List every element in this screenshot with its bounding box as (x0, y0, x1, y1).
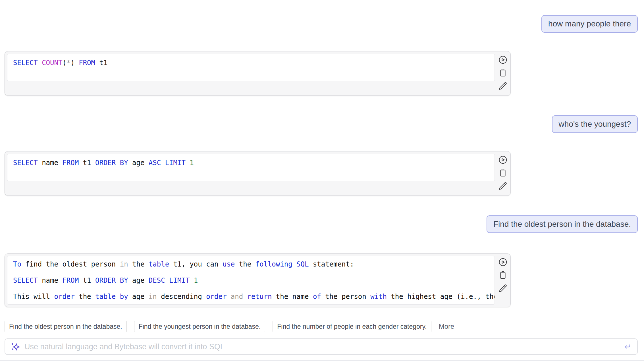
user-message-row: Find the oldest person in the database. (5, 215, 638, 233)
suggestion-button[interactable]: Find the number of people in each gender… (273, 321, 431, 332)
play-icon (498, 155, 508, 165)
sql-code-block: SELECT name FROM t1 ORDER BY age ASC LIM… (7, 154, 495, 181)
run-sql-button[interactable] (498, 257, 508, 267)
assistant-sql-card: To find the oldest person in the table t… (5, 253, 511, 307)
suggestion-row: Find the oldest person in the database.F… (5, 321, 638, 332)
play-icon (498, 257, 508, 267)
copy-sql-button[interactable] (498, 271, 508, 280)
user-message-bubble: how many people there (541, 15, 638, 33)
clipboard-icon (498, 68, 508, 78)
copy-sql-button[interactable] (498, 168, 508, 178)
clipboard-icon (498, 168, 508, 178)
user-message-row: how many people there (5, 15, 638, 33)
sql-code-block: To find the oldest person in the table t… (7, 256, 495, 305)
assistant-sql-card: SELECT name FROM t1 ORDER BY age ASC LIM… (5, 151, 511, 196)
sql-code-line: SELECT name FROM t1 ORDER BY age DESC LI… (13, 276, 489, 284)
sql-card-actions (497, 257, 509, 293)
sql-code-line: This will order the table by age in desc… (13, 293, 489, 301)
sql-card-actions (497, 155, 509, 191)
composer (5, 338, 638, 355)
natural-language-input[interactable] (24, 342, 619, 351)
submit-button[interactable] (623, 342, 631, 351)
pencil-icon (498, 284, 508, 293)
sql-chat-panel: how many people there SELECT COUNT(*) FR… (0, 0, 644, 362)
copy-sql-button[interactable] (498, 68, 508, 78)
run-sql-button[interactable] (498, 55, 508, 65)
sql-code-line: To find the oldest person in the table t… (13, 260, 489, 268)
assistant-sql-card: SELECT COUNT(*) FROM t1 (5, 51, 511, 96)
pencil-icon (498, 81, 508, 91)
user-message-bubble: who's the youngest? (552, 115, 638, 133)
clipboard-icon (498, 271, 508, 280)
sql-card-actions (497, 55, 509, 91)
edit-sql-button[interactable] (498, 284, 508, 293)
user-message-bubble: Find the oldest person in the database. (487, 215, 638, 233)
return-icon (623, 342, 631, 351)
sql-code-block: SELECT COUNT(*) FROM t1 (7, 54, 495, 81)
edit-sql-button[interactable] (498, 181, 508, 191)
user-message-row: who's the youngest? (5, 115, 638, 133)
sql-code-line: SELECT COUNT(*) FROM t1 (13, 59, 489, 67)
edit-sql-button[interactable] (498, 81, 508, 91)
suggestion-button[interactable]: Find the oldest person in the database. (5, 321, 127, 332)
more-suggestions-link[interactable]: More (439, 323, 454, 330)
sparkles-icon (10, 342, 20, 351)
bottom-divider (0, 360, 644, 361)
sql-code-line: SELECT name FROM t1 ORDER BY age ASC LIM… (13, 159, 489, 167)
chat-history: how many people there SELECT COUNT(*) FR… (5, 15, 638, 307)
play-icon (498, 55, 508, 65)
suggestion-button[interactable]: Find the youngest person in the database… (134, 321, 265, 332)
pencil-icon (498, 181, 508, 191)
run-sql-button[interactable] (498, 155, 508, 165)
